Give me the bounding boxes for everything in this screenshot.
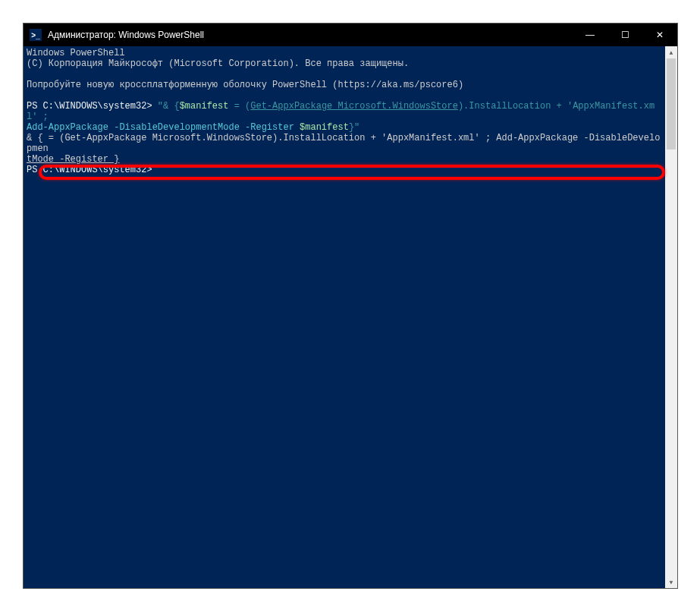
- icon-glyph: >_: [31, 31, 39, 39]
- close-button[interactable]: ✕: [642, 24, 677, 46]
- cmd-line-2a: Add-AppxPackage -DisableDevelopmentMode …: [27, 122, 300, 133]
- prompt-2: PS C:\WINDOWS\system32>: [27, 165, 152, 175]
- cmd-quote-close: }": [349, 122, 359, 133]
- cmd-variable-1: $manifest: [180, 101, 229, 112]
- pscore-hint: Попробуйте новую кроссплатформенную обол…: [27, 80, 463, 90]
- window-controls: — ☐ ✕: [573, 24, 677, 46]
- ps-header: Windows PowerShell: [27, 48, 125, 58]
- powershell-icon: >_: [30, 29, 42, 41]
- cmd-underlined: Get-AppxPackage Microsoft.WindowsStore: [250, 101, 458, 112]
- window-title: Администратор: Windows PowerShell: [48, 30, 573, 40]
- titlebar[interactable]: >_ Администратор: Windows PowerShell — ☐…: [24, 24, 677, 46]
- cmd-mid-1: = (: [228, 101, 250, 112]
- cmd-variable-2: $manifest: [300, 122, 349, 133]
- minimize-button[interactable]: —: [573, 24, 607, 46]
- maximize-button[interactable]: ☐: [607, 24, 642, 46]
- scrollbar-thumb[interactable]: [667, 58, 676, 149]
- scroll-up-arrow[interactable]: ▲: [665, 46, 677, 58]
- output-line-1: & { = (Get-AppxPackage Microsoft.Windows…: [27, 133, 660, 154]
- terminal-output[interactable]: Windows PowerShell (C) Корпорация Майкро…: [24, 46, 665, 588]
- scroll-down-arrow[interactable]: ▼: [665, 576, 677, 588]
- powershell-window: >_ Администратор: Windows PowerShell — ☐…: [23, 23, 678, 589]
- copyright-line: (C) Корпорация Майкрософт (Microsoft Cor…: [27, 58, 409, 69]
- content-area: Windows PowerShell (C) Корпорация Майкро…: [24, 46, 677, 588]
- vertical-scrollbar[interactable]: ▲ ▼: [665, 46, 677, 588]
- output-line-2: tMode -Register }: [27, 154, 119, 165]
- prompt-1: PS C:\WINDOWS\system32>: [27, 101, 158, 112]
- cmd-quote-open: "& {: [158, 101, 180, 112]
